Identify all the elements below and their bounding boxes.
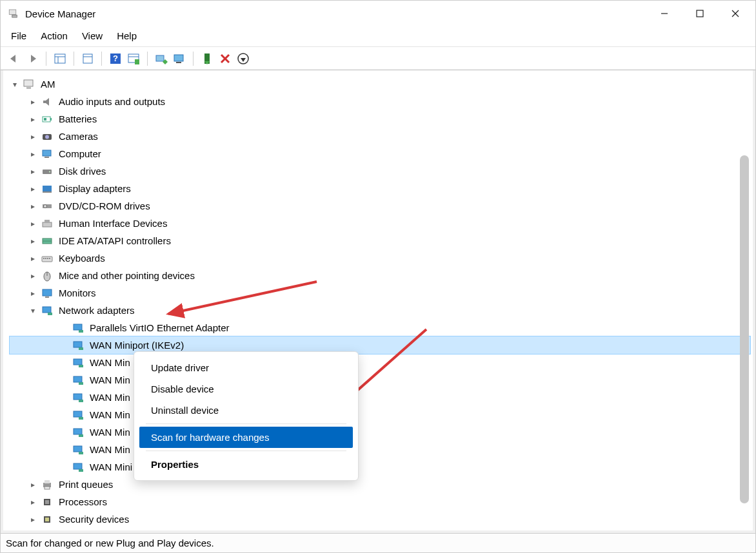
menu-file[interactable]: File xyxy=(5,28,33,44)
svg-rect-27 xyxy=(26,87,31,89)
svg-rect-56 xyxy=(74,324,82,330)
tree-item-label: WAN Mini xyxy=(90,461,132,472)
cpu-icon xyxy=(41,496,54,509)
content-pane: ▾ AM ▸Audio inputs and outputs ▸Batterie… xyxy=(1,70,755,533)
ctx-uninstall-device[interactable]: Uninstall device xyxy=(139,400,353,421)
window-title: Device Manager xyxy=(25,8,646,19)
toolbar-update-driver[interactable] xyxy=(235,50,252,67)
chevron-right-icon[interactable]: ▸ xyxy=(28,271,38,281)
chevron-right-icon[interactable]: ▸ xyxy=(28,514,38,525)
chevron-right-icon[interactable]: ▸ xyxy=(28,288,38,298)
chevron-right-icon[interactable]: ▸ xyxy=(28,131,38,142)
tree-item[interactable]: ▸WAN Mini xyxy=(10,458,750,476)
svg-rect-6 xyxy=(55,54,65,63)
menu-help[interactable]: Help xyxy=(110,28,143,44)
chevron-right-icon[interactable]: ▸ xyxy=(28,149,38,159)
close-button[interactable] xyxy=(717,1,753,26)
chevron-right-icon[interactable]: ▸ xyxy=(28,201,38,211)
app-icon xyxy=(7,7,20,20)
svg-rect-49 xyxy=(49,258,50,259)
svg-rect-18 xyxy=(174,55,183,61)
tree-item[interactable]: ▸Batteries xyxy=(10,110,750,128)
tree-item[interactable]: ▸DVD/CD-ROM drives xyxy=(10,197,750,215)
tree-item[interactable]: ▸WAN Min xyxy=(10,441,750,458)
tree-item-label: Human Interface Devices xyxy=(59,218,167,229)
ctx-disable-device[interactable]: Disable device xyxy=(139,378,353,400)
tree-item[interactable]: ▸WAN Min xyxy=(10,389,750,406)
tree-item-label: Computer xyxy=(59,148,101,159)
tree-item[interactable]: ▸WAN Min xyxy=(10,354,750,371)
toolbar-show-hide-tree[interactable] xyxy=(52,50,68,67)
tree-item-network-adapters[interactable]: ▾Network adapters xyxy=(10,302,750,319)
tree-item[interactable]: ▸IDE ATA/ATAPI controllers xyxy=(10,232,750,249)
maximize-button[interactable] xyxy=(682,1,717,26)
tree-item-label: Keyboards xyxy=(59,253,105,264)
svg-rect-42 xyxy=(45,220,50,223)
menu-view[interactable]: View xyxy=(75,28,109,44)
keyboard-icon xyxy=(41,252,54,265)
toolbar-enable[interactable] xyxy=(199,50,215,67)
device-tree[interactable]: ▾ AM ▸Audio inputs and outputs ▸Batterie… xyxy=(3,70,753,530)
computer-icon xyxy=(23,78,35,91)
chevron-right-icon[interactable]: ▸ xyxy=(28,497,38,507)
chevron-right-icon[interactable]: ▸ xyxy=(28,253,38,264)
menu-action[interactable]: Action xyxy=(34,28,74,44)
tree-item[interactable]: ▸Parallels VirtIO Ethernet Adapter xyxy=(10,319,750,336)
network-adapter-icon xyxy=(72,356,85,369)
toolbar-forward[interactable] xyxy=(24,50,41,67)
svg-rect-38 xyxy=(43,191,52,193)
ctx-properties[interactable]: Properties xyxy=(139,454,353,475)
minimize-button[interactable] xyxy=(646,1,682,26)
svg-rect-66 xyxy=(74,411,82,417)
toolbar-uninstall[interactable] xyxy=(217,50,234,67)
chevron-right-icon[interactable]: ▸ xyxy=(28,97,38,107)
ctx-update-driver[interactable]: Update driver xyxy=(139,357,353,378)
toolbar-add-legacy[interactable] xyxy=(171,50,188,67)
scrollbar[interactable] xyxy=(740,155,749,503)
chevron-right-icon[interactable]: ▸ xyxy=(28,480,38,490)
toolbar-scan-hardware[interactable] xyxy=(153,50,170,67)
chevron-right-icon[interactable]: ▸ xyxy=(28,114,38,124)
toolbar-back[interactable] xyxy=(6,50,23,67)
tree-item[interactable]: ▸Human Interface Devices xyxy=(10,215,750,232)
chevron-right-icon[interactable]: ▸ xyxy=(28,166,38,177)
toolbar-properties[interactable] xyxy=(79,50,96,67)
toolbar-help[interactable]: ? xyxy=(107,50,124,67)
tree-item[interactable]: ▸WAN Min xyxy=(10,406,750,423)
svg-rect-57 xyxy=(79,330,83,333)
tree-item[interactable]: ▸Security devices xyxy=(10,510,750,528)
tree-item[interactable]: ▸Audio inputs and outputs xyxy=(10,93,750,110)
tree-root[interactable]: ▾ AM xyxy=(10,75,750,93)
tree-item[interactable]: ▸Cameras xyxy=(10,128,750,145)
tree-item[interactable]: ▸Disk drives xyxy=(10,162,750,180)
tree-item-label: WAN Min xyxy=(90,409,130,420)
tree-item-label: Parallels VirtIO Ethernet Adapter xyxy=(90,322,230,333)
svg-rect-47 xyxy=(45,258,46,259)
tree-item[interactable]: ▸Monitors xyxy=(10,284,750,302)
tree-item[interactable]: ▸Display adapters xyxy=(10,180,750,197)
tree-item[interactable]: ▸Computer xyxy=(10,145,750,162)
tree-item-label: Disk drives xyxy=(59,166,106,177)
tree-item[interactable]: ▸Print queues xyxy=(10,476,750,493)
svg-rect-52 xyxy=(43,289,52,296)
tree-item[interactable]: ▸Processors xyxy=(10,493,750,510)
tree-item[interactable]: ▸Keyboards xyxy=(10,249,750,267)
svg-rect-30 xyxy=(44,118,46,121)
tree-item[interactable]: ▸Mice and other pointing devices xyxy=(10,267,750,284)
chevron-right-icon[interactable]: ▸ xyxy=(28,218,38,229)
tree-item[interactable]: ▸WAN Min xyxy=(10,371,750,389)
chevron-down-icon[interactable]: ▾ xyxy=(28,306,38,316)
titlebar: Device Manager xyxy=(1,1,755,26)
chevron-right-icon[interactable]: ▸ xyxy=(28,184,38,194)
chevron-down-icon[interactable]: ▾ xyxy=(10,79,20,90)
hid-icon xyxy=(41,217,54,230)
tree-item-selected[interactable]: ▸WAN Miniport (IKEv2) xyxy=(10,336,750,354)
ctx-scan-hardware[interactable]: Scan for hardware changes xyxy=(139,427,353,448)
tree-item-label: Cameras xyxy=(59,131,98,142)
chevron-right-icon[interactable]: ▸ xyxy=(28,236,38,246)
toolbar-action-center[interactable] xyxy=(125,50,142,67)
battery-icon xyxy=(41,113,54,126)
tree-item[interactable]: ▸WAN Min xyxy=(10,423,750,441)
tree-item-label: WAN Min xyxy=(90,357,130,368)
svg-rect-29 xyxy=(50,118,52,121)
